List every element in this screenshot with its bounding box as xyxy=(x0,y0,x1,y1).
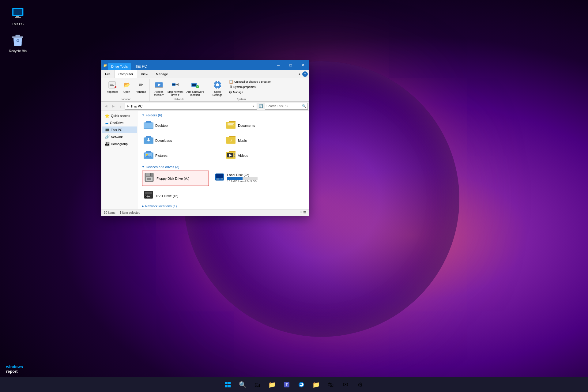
forward-button[interactable]: ▶ xyxy=(110,103,117,110)
desktop-icon-recycle[interactable]: ♻ Recycle Bin xyxy=(6,33,30,53)
sidebar-item-quickaccess[interactable]: ⭐ Quick access xyxy=(102,112,137,119)
folder-pictures[interactable]: Pictures xyxy=(142,149,223,162)
svg-rect-66 xyxy=(228,385,231,387)
file-explorer-taskbar[interactable]: 📁 xyxy=(265,378,279,391)
properties-label: Properties xyxy=(106,90,118,93)
sidebar-item-network[interactable]: 🔗 Network xyxy=(102,134,137,140)
list-view-icon[interactable]: ☰ xyxy=(303,211,307,215)
add-network-button[interactable]: + Add a networklocation xyxy=(185,79,205,97)
close-button[interactable]: ✕ xyxy=(297,60,309,70)
explorer-body: ⭐ Quick access ☁ OneDrive 💻 This PC 🔗 Ne… xyxy=(101,111,309,209)
folder-downloads[interactable]: Downloads xyxy=(142,134,223,147)
add-network-label: Add a networklocation xyxy=(187,90,204,96)
uninstall-label: Uninstall or change a program xyxy=(234,80,271,83)
system-properties-label: System properties xyxy=(233,85,256,89)
devices-section-label: Devices and drives (3) xyxy=(146,165,179,169)
folder-music[interactable]: ♪ Music xyxy=(224,134,305,147)
location-group-label: Location xyxy=(121,98,131,101)
network-section-header[interactable]: Network locations (1) xyxy=(142,204,305,208)
grid-view-icon[interactable]: ⊞ xyxy=(300,211,303,215)
open-icon: 📂 xyxy=(123,80,130,90)
ribbon-tab-file[interactable]: File xyxy=(101,70,115,78)
map-network-button[interactable]: Map networkdrive ▾ xyxy=(166,79,185,97)
this-pc-breadcrumb[interactable]: This PC xyxy=(130,104,142,108)
svg-rect-5 xyxy=(16,35,20,37)
local-c-size: 16.9 GB free of 34.5 GB xyxy=(227,180,258,183)
back-button[interactable]: ◀ xyxy=(103,103,109,110)
uninstall-button[interactable]: 📋 Uninstall or change a program xyxy=(228,79,273,84)
settings-taskbar-button[interactable]: ⚙ xyxy=(353,378,367,391)
tab-drive-tools[interactable]: Drive Tools xyxy=(108,63,131,70)
help-button[interactable]: ? xyxy=(302,71,308,77)
ribbon-tab-view[interactable]: View xyxy=(137,70,152,78)
devices-section-header[interactable]: Devices and drives (3) xyxy=(142,165,305,169)
folder-videos[interactable]: Videos xyxy=(224,149,305,162)
tab-this-pc[interactable]: This PC xyxy=(131,63,150,70)
svg-rect-14 xyxy=(155,87,163,88)
folder-desktop[interactable]: Desktop xyxy=(142,119,223,132)
network-icon: 🔗 xyxy=(104,134,110,139)
folders-grid: Desktop Documents xyxy=(142,119,305,162)
windows-report: windows report xyxy=(6,364,23,374)
svg-text:♻: ♻ xyxy=(16,38,20,43)
manage-button[interactable]: ⚙ Manage xyxy=(228,90,273,95)
access-media-button[interactable]: Accessmedia ▾ xyxy=(152,79,166,97)
homegroup-label: Homegroup xyxy=(111,142,128,146)
ribbon-content: Properties 📂 Open ✏ Rename Location xyxy=(101,78,309,101)
sidebar-item-homegroup[interactable]: 👪 Homegroup xyxy=(102,141,137,147)
drive-floppy[interactable]: Floppy Disk Drive (A:) xyxy=(142,171,209,186)
drive-local-c[interactable]: Local Disk (C:) 16.9 GB free of 34.5 GB xyxy=(213,171,280,185)
sidebar-item-onedrive[interactable]: ☁ OneDrive xyxy=(102,119,137,126)
ribbon-tab-computer[interactable]: Computer xyxy=(115,70,137,78)
search-taskbar-button[interactable]: 🔍 xyxy=(236,378,249,391)
teams-button[interactable]: T xyxy=(280,378,293,391)
manage-icon: ⚙ xyxy=(229,90,232,94)
network-label: Network xyxy=(111,135,123,139)
folder-documents[interactable]: Documents xyxy=(224,119,305,132)
svg-rect-25 xyxy=(217,88,218,89)
sidebar: ⭐ Quick access ☁ OneDrive 💻 This PC 🔗 Ne… xyxy=(101,111,138,209)
refresh-button[interactable]: 🔄 xyxy=(258,103,264,110)
search-box[interactable]: 🔍 xyxy=(265,103,308,110)
sidebar-item-thispc[interactable]: 💻 This PC xyxy=(102,126,137,133)
svg-rect-16 xyxy=(172,84,175,85)
address-path[interactable]: ▶ This PC ▼ xyxy=(125,103,257,110)
thispc-label: This PC xyxy=(111,128,122,132)
system-properties-button[interactable]: 🖥 System properties xyxy=(228,85,273,89)
desktop-folder-name: Desktop xyxy=(155,124,168,127)
maximize-button[interactable]: □ xyxy=(285,60,297,70)
folders-chevron xyxy=(142,114,145,117)
files-button[interactable]: 📁 xyxy=(309,378,323,391)
open-settings-button[interactable]: OpenSettings xyxy=(210,79,225,97)
store-button[interactable]: 🛍 xyxy=(324,378,337,391)
downloads-folder-name: Downloads xyxy=(155,139,172,142)
open-button[interactable]: 📂 Open xyxy=(120,79,134,94)
folders-section-header[interactable]: Folders (6) xyxy=(142,113,305,117)
drive-bar-container xyxy=(227,177,258,180)
search-icon[interactable]: 🔍 xyxy=(302,104,306,108)
dropdown-arrow[interactable]: ▼ xyxy=(252,105,255,108)
drive-dvd[interactable]: DVD Drive (D:) xyxy=(142,189,305,203)
up-button[interactable]: ↑ xyxy=(117,103,124,110)
ribbon-tab-manage[interactable]: Manage xyxy=(152,70,172,78)
svg-point-61 xyxy=(146,196,147,197)
task-view-button[interactable]: 🗂 xyxy=(251,378,264,391)
minimize-button[interactable]: ─ xyxy=(272,60,285,70)
svg-text:T: T xyxy=(286,383,288,386)
desktop-folder-icon xyxy=(144,120,153,131)
add-network-icon: + xyxy=(191,80,199,90)
videos-folder-icon xyxy=(226,150,236,161)
mail-button[interactable]: ✉ xyxy=(339,378,352,391)
desktop-icon-thispc[interactable]: This PC xyxy=(6,6,30,26)
dvd-info: DVD Drive (D:) xyxy=(156,194,178,198)
ribbon: File Computer View Manage ▲ ? xyxy=(101,70,309,102)
rename-label: Rename xyxy=(136,90,146,93)
rename-button[interactable]: ✏ Rename xyxy=(134,79,148,94)
selected-count: 1 item selected xyxy=(120,211,140,214)
edge-button[interactable] xyxy=(295,378,308,391)
svg-rect-3 xyxy=(15,17,21,18)
start-button[interactable] xyxy=(221,378,235,391)
svg-rect-64 xyxy=(228,382,231,384)
search-input[interactable] xyxy=(266,104,301,108)
properties-button[interactable]: Properties xyxy=(104,79,119,94)
